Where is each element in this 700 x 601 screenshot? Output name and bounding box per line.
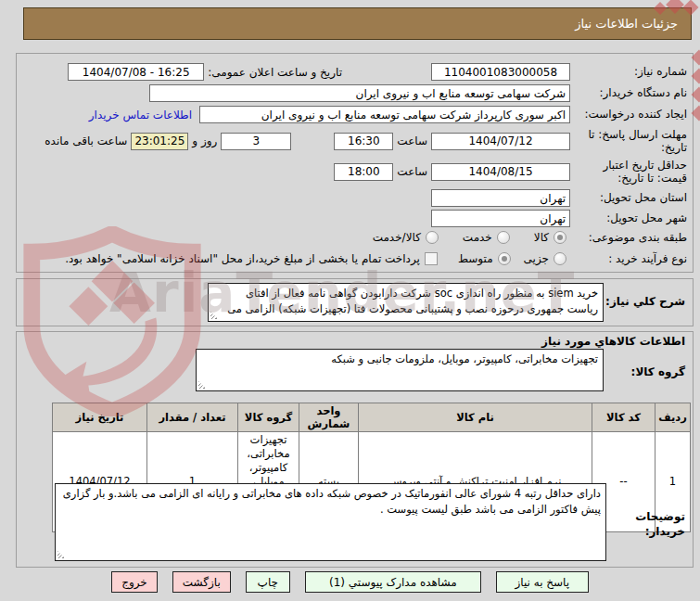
need-number-label: شماره نیاز: [574,65,687,78]
row-province: استان محل تحویل: تهران [22,189,687,207]
general-desc-group: شرح کلي نیاز: خرید siem به منظور راه اند… [16,278,694,326]
goods-info-group: اطلاعات کالاهاي مورد نیاز گروه کالا: تجه… [16,331,694,568]
resize-handle-icon[interactable] [57,551,65,558]
row-subject-class: طبقه بندی موضوعی: کالا خدمت کالا/خدمت [22,231,687,244]
announce-datetime-field[interactable]: 1404/07/08 - 16:25 [68,63,204,81]
city-label: شهر محل تحویل: [574,211,687,224]
deadline-hour-label: ساعت [397,134,427,147]
page-title-bar: جزئیات اطلاعات نیاز [23,7,692,40]
goods-section-title: اطلاعات کالاهاي مورد نیاز [541,335,685,350]
view-attached-docs-button[interactable]: مشاهده مدارک پیوستي (1) [305,571,481,593]
row-creator: ایجاد کننده درخواست: اکبر سوری کارپرداز … [22,106,687,123]
province-label: استان محل تحویل: [574,191,687,204]
respond-to-need-button[interactable]: پاسخ به نیاز [496,571,589,593]
col-unit: واحد شمارش [299,403,359,432]
subject-class-option-goods-service[interactable]: کالا/خدمت [373,231,439,244]
general-desc-label: شرح کلي نیاز: [605,295,685,310]
deadline-time-field[interactable]: 16:30 [334,133,393,150]
row-buyer-org: نام دستگاه خریدار: شرکت سهامی توسعه مناب… [22,84,687,102]
print-button[interactable]: چاپ [246,571,290,593]
col-qty: تعداد / مقدار [147,403,238,432]
need-number-field[interactable]: 1104001083000058 [431,63,570,81]
buyer-org-label: نام دستگاه خریدار: [574,86,687,99]
process-type-option-medium[interactable]: متوسط [458,252,511,265]
general-desc-box[interactable]: خرید siem به منظور راه اندازی soc شرکت د… [208,283,604,322]
row-deadline: مهلت ارسال پاسخ: تا تاریخ: 1404/07/12 سا… [22,128,687,155]
treasury-checkbox-label: پرداخت تمام یا بخشی از مبلغ خرید،از محل … [65,252,420,265]
treasury-checkbox-option[interactable]: پرداخت تمام یا بخشی از مبلغ خرید،از محل … [65,252,438,265]
back-button[interactable]: بازگشت [172,571,231,593]
general-desc-text: خرید siem به منظور راه اندازی soc شرکت د… [227,287,598,322]
option-label: خدمت [463,231,492,244]
goods-group-label: گروه کالا: [631,365,685,380]
subject-class-option-service[interactable]: خدمت [463,231,510,244]
radio-icon[interactable] [498,252,511,265]
row-process-type: نوع فرآیند خرید : جزیی متوسط پرداخت تمام… [22,252,687,265]
option-label: جزیی [524,252,549,265]
deadline-label: مهلت ارسال پاسخ: تا تاریخ: [574,128,687,155]
validity-time-field[interactable]: 18:00 [334,163,393,181]
process-type-label: نوع فرآیند خرید : [574,252,687,265]
subject-class-option-goods[interactable]: کالا [534,231,566,244]
col-code: کد کالا [592,403,655,432]
buyer-contact-link[interactable]: اطلاعات تماس خریدار [89,109,192,121]
page-title: جزئیات اطلاعات نیاز [575,17,678,31]
goods-group-text: تجهیزات مخابراتی، کامپیوتر، موبایل، ملزو… [331,352,598,365]
validity-hour-label: ساعت [397,165,427,178]
validity-date-field[interactable]: 1404/08/15 [431,163,570,181]
subject-class-label: طبقه بندی موضوعی: [574,231,687,244]
buyer-notes-label: توضیحات خریدار: [620,510,685,539]
goods-group-box[interactable]: تجهیزات مخابراتی، کامپیوتر، موبایل، ملزو… [196,349,604,391]
buyer-notes-box[interactable]: دارای حداقل رتبه 4 شورای عالی انفورماتیک… [55,483,606,561]
announce-datetime-label: تاریخ و ساعت اعلان عمومی: [208,66,342,79]
row-city: شهر محل تحویل: تهران [22,210,687,227]
row-need-number: شماره نیاز: 1104001083000058 تاریخ و ساع… [22,63,687,81]
row-validity: حداقل تاریخ اعتبار قیمت: تا تاریخ: 1404/… [22,159,687,185]
process-type-option-minor[interactable]: جزیی [524,252,566,265]
col-need-date: تاریخ نیاز [53,403,147,432]
need-info-group: شماره نیاز: 1104001083000058 تاریخ و ساع… [16,53,694,273]
goods-table-header-row: ردیف کد کالا نام کالا واحد شمارش گروه کا… [53,403,691,432]
creator-field[interactable]: اکبر سوری کارپرداز شرکت سهامی توسعه مناب… [199,106,570,123]
radio-icon[interactable] [554,252,566,265]
exit-button[interactable]: خروج [111,571,158,593]
resize-handle-icon[interactable] [198,381,206,389]
buyer-notes-text: دارای حداقل رتبه 4 شورای عالی انفورماتیک… [63,487,601,516]
city-field[interactable]: تهران [431,210,570,227]
radio-icon[interactable] [426,231,439,244]
col-row-no: ردیف [655,403,691,432]
radio-icon[interactable] [497,231,510,244]
deadline-date-field[interactable]: 1404/07/12 [431,133,570,150]
remaining-countdown-field: 23:01:25 [131,133,188,150]
province-field[interactable]: تهران [431,189,570,207]
option-label: کالا [534,231,549,244]
option-label: کالا/خدمت [373,231,421,244]
option-label: متوسط [458,252,493,265]
validity-label: حداقل تاریخ اعتبار قیمت: تا تاریخ: [574,159,687,185]
buyer-org-field[interactable]: شرکت سهامی توسعه منابع اب و نیروی ایران [149,84,570,102]
creator-label: ایجاد کننده درخواست: [574,108,687,121]
col-group: گروه کالا [238,403,299,432]
remaining-days-field: 3 [221,133,291,150]
resize-handle-icon[interactable] [210,312,218,319]
checkbox-icon[interactable] [425,252,438,265]
action-button-row: پاسخ به نیاز مشاهده مدارک پیوستي (1) چاپ… [0,571,700,593]
remaining-tail-label: ساعت باقی مانده [45,134,127,147]
remaining-days-label: روز و [192,134,217,147]
radio-icon[interactable] [554,231,566,244]
col-name: نام کالا [359,403,592,432]
